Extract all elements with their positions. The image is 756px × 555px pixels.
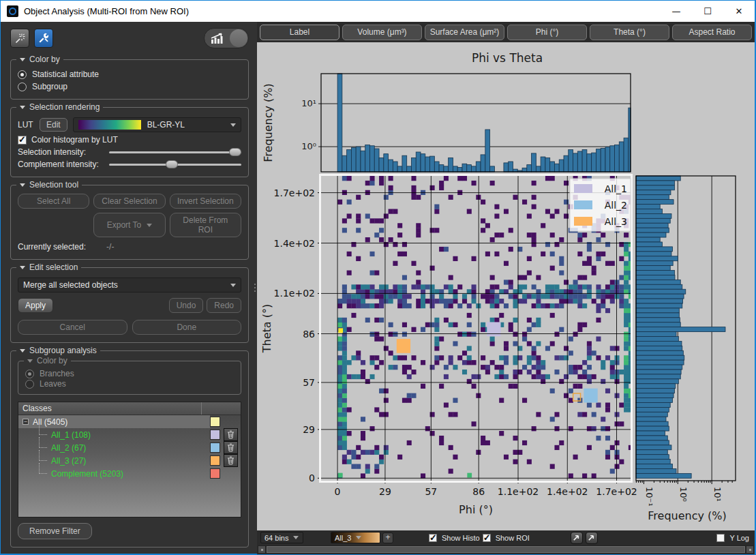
radio-icon[interactable] <box>18 70 27 79</box>
slider-handle[interactable] <box>166 160 178 168</box>
tab-label[interactable]: Label <box>260 25 339 40</box>
magic-wand-button[interactable] <box>10 29 29 48</box>
x-tick-label: 57 <box>425 486 437 497</box>
heatmap-legend: All_1All_2All_3 <box>570 179 631 231</box>
legend-swatch <box>574 184 592 193</box>
tools-button[interactable] <box>34 29 53 48</box>
show-roi-checkbox[interactable] <box>483 534 491 542</box>
classes-list[interactable]: Classes −All (5405)All_1 (108)All_2 (67)… <box>18 402 241 518</box>
fit-plot-button[interactable] <box>571 532 583 544</box>
radio-icon <box>25 370 34 378</box>
tree-expand-icon[interactable]: − <box>22 419 29 425</box>
selection-rendering-group: Selection rendering LUT Edit BL-GR-YL Co… <box>10 107 249 177</box>
invert-selection-button[interactable]: Invert Selection <box>170 194 241 209</box>
select-all-button[interactable]: Select All <box>18 194 89 209</box>
undo-button[interactable]: Undo <box>169 298 204 313</box>
class-color-swatch[interactable] <box>210 468 220 479</box>
tab-aspect-ratio[interactable]: Aspect Ratio <box>672 25 752 40</box>
tree-connector <box>39 463 47 474</box>
collapse-caret-icon[interactable] <box>20 266 25 272</box>
bins-combo[interactable]: 64 bins <box>260 532 303 543</box>
subgroup-lut-combo[interactable]: All_3 <box>331 532 380 543</box>
tab-theta[interactable]: Theta (°) <box>590 25 669 40</box>
selection-intensity-slider[interactable] <box>109 147 241 157</box>
delete-class-button[interactable] <box>224 454 238 467</box>
lut-gradient-swatch <box>78 120 141 130</box>
plot-controls-bar: 64 bins All_3 + Show Histo Show ROI <box>257 530 755 545</box>
complement-intensity-slider[interactable] <box>109 160 241 169</box>
classes-header-color-column <box>201 402 241 415</box>
toggle-knob[interactable] <box>230 29 247 47</box>
y-log-row[interactable]: Y Log <box>716 534 749 542</box>
y-log-checkbox[interactable] <box>716 534 725 542</box>
radio-subgroup[interactable]: Subgroup <box>18 82 241 91</box>
window-title: Object Analysis (Multi-ROI from New ROI) <box>24 6 189 16</box>
legend-label: All_2 <box>605 200 627 211</box>
minimize-button[interactable]: — <box>661 1 692 22</box>
collapse-caret-icon[interactable] <box>27 359 33 365</box>
scrollbar-track[interactable] <box>266 545 746 554</box>
done-button[interactable]: Done <box>132 320 242 335</box>
class-row[interactable]: −All (5405) <box>18 415 241 428</box>
class-label: All_2 (67) <box>51 443 86 453</box>
tab-phi[interactable]: Phi (°) <box>507 25 587 40</box>
top-histogram-plot[interactable]: 10⁰10¹Frequency (%) <box>262 74 631 172</box>
collapse-caret-icon[interactable] <box>20 183 25 190</box>
slider-handle[interactable] <box>229 148 241 156</box>
cancel-button[interactable]: Cancel <box>18 320 127 335</box>
add-class-button[interactable]: + <box>382 532 393 543</box>
class-row[interactable]: All_1 (108) <box>18 428 241 441</box>
show-roi-row[interactable]: Show ROI <box>483 534 530 542</box>
group-title: Subgroup analysis <box>29 346 97 355</box>
export-to-button[interactable]: Export To <box>93 213 165 237</box>
horizontal-scrollbar[interactable] <box>257 545 755 554</box>
class-color-swatch[interactable] <box>210 417 220 427</box>
color-histogram-checkbox[interactable] <box>18 136 27 145</box>
group-title: Color by <box>37 356 67 365</box>
show-histo-row[interactable]: Show Histo <box>429 534 480 542</box>
classes-header[interactable]: Classes <box>18 402 241 415</box>
scrollbar-thumb[interactable] <box>267 546 745 553</box>
class-row[interactable]: Complement (5203) <box>18 467 241 480</box>
collapse-caret-icon[interactable] <box>20 349 25 355</box>
fit-selection-button[interactable] <box>586 532 598 544</box>
titlebar[interactable]: Object Analysis (Multi-ROI from New ROI)… <box>1 1 755 22</box>
delete-class-button[interactable] <box>224 428 238 441</box>
class-row[interactable]: All_3 (27) <box>18 454 241 467</box>
lut-combo[interactable]: BL-GR-YL <box>73 117 241 132</box>
remove-filter-button[interactable]: Remove Filter <box>18 523 92 539</box>
class-row[interactable]: All_2 (67) <box>18 441 241 454</box>
group-title: Color by <box>29 55 60 64</box>
collapse-caret-icon[interactable] <box>20 106 25 112</box>
class-label: All_3 (27) <box>51 456 86 466</box>
plot-mode-toggle[interactable] <box>204 28 249 48</box>
top-hist-ylabel: Frequency (%) <box>262 83 275 162</box>
legend-swatch <box>574 217 592 226</box>
heatmap-ylabel: Theta (°) <box>260 304 273 353</box>
radio-icon[interactable] <box>18 82 27 91</box>
scroll-left-button[interactable] <box>258 545 266 554</box>
collapse-caret-icon[interactable] <box>20 58 25 64</box>
clear-selection-button[interactable]: Clear Selection <box>93 194 165 209</box>
tab-surface-area-m[interactable]: Surface Area (μm²) <box>425 25 504 40</box>
class-color-swatch[interactable] <box>210 455 220 466</box>
redo-button[interactable]: Redo <box>207 298 241 313</box>
close-button[interactable]: ✕ <box>723 1 755 22</box>
show-histo-checkbox[interactable] <box>429 534 437 542</box>
color-histogram-row[interactable]: Color histogram by LUT <box>18 135 241 145</box>
chevron-down-icon <box>147 224 152 230</box>
scroll-right-button[interactable] <box>746 545 754 554</box>
maximize-button[interactable]: ☐ <box>692 1 723 22</box>
analysis-chart-svg[interactable]: Phi vs Theta10⁰10¹Frequency (%)02957861.… <box>257 42 755 530</box>
apply-button[interactable]: Apply <box>18 298 53 313</box>
delete-from-roi-button[interactable]: Delete From ROI <box>170 213 241 237</box>
lut-edit-button[interactable]: Edit <box>40 118 67 132</box>
delete-class-button[interactable] <box>224 441 238 454</box>
class-color-swatch[interactable] <box>210 442 220 453</box>
tree-connector <box>39 437 47 448</box>
radio-statistical-attribute[interactable]: Statistical attribute <box>18 70 241 79</box>
class-color-swatch[interactable] <box>210 430 220 440</box>
tab-volume-m[interactable]: Volume (μm³) <box>342 25 422 40</box>
edit-operation-combo[interactable]: Merge all selected objects <box>18 278 241 292</box>
right-histogram-plot[interactable]: 10⁻¹10⁰10¹Frequency (%) <box>636 176 736 522</box>
